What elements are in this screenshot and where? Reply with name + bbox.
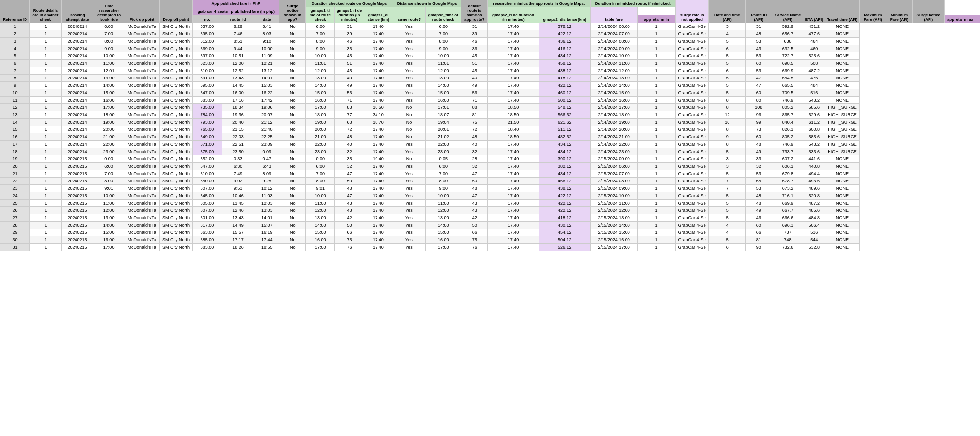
table-cell: 18.40 — [488, 126, 539, 133]
table-cell: 2/14/2024 09:00 — [590, 45, 637, 52]
table-cell: 17.40 — [364, 133, 393, 141]
table-cell: 17.40 — [488, 163, 539, 170]
table-cell: 32 — [461, 163, 488, 170]
table-cell: NONE — [825, 244, 860, 251]
table-cell: 1 — [30, 75, 62, 82]
table-cell: SM City North — [159, 170, 193, 178]
table-row: 1112024021416:00McDonald's TaSM City Nor… — [0, 97, 980, 104]
table-cell: 5 — [709, 214, 746, 222]
table-cell: McDonald's Ta — [125, 148, 159, 155]
table-cell: 12 — [0, 104, 30, 111]
table-cell: 8 — [709, 97, 746, 104]
table-cell: 18:07 — [426, 111, 461, 119]
table-cell: Yes — [393, 23, 425, 30]
table-cell: NONE — [825, 163, 860, 170]
table-cell: 17.40 — [364, 207, 393, 214]
table-cell: 10:00 — [306, 192, 335, 200]
table-cell: 17.40 — [488, 82, 539, 89]
table-cell: 12:52 — [222, 67, 254, 75]
table-cell: GrabCar 4-Se — [676, 104, 709, 111]
table-cell: No — [279, 163, 306, 170]
table-cell: NONE — [825, 214, 860, 222]
table-cell: 5 — [709, 192, 746, 200]
table-cell: 10:51 — [222, 52, 254, 60]
table-cell: 17.40 — [488, 52, 539, 60]
table-cell: 60 — [746, 60, 772, 67]
table-cell: 43 — [461, 207, 488, 214]
table-cell: 1 — [30, 170, 62, 178]
table-cell: 34.10 — [364, 111, 393, 119]
table-cell: 1 — [637, 67, 676, 75]
table-cell: No — [279, 207, 306, 214]
table-cell: 4 — [709, 229, 746, 236]
table-cell: GrabCar 4-Se — [676, 82, 709, 89]
table-cell: 40 — [335, 75, 364, 82]
table-cell: McDonald's Ta — [125, 133, 159, 141]
table-cell: GrabCar 4-Se — [676, 185, 709, 192]
table-cell: 13 — [0, 111, 30, 119]
table-cell: 10:00 — [254, 45, 279, 52]
table-cell: 8:51 — [222, 38, 254, 45]
table-cell: 5 — [709, 236, 746, 244]
table-row: 1812024021423:00McDonald's TaSM City Nor… — [0, 148, 980, 155]
table-cell: SM City North — [159, 222, 193, 229]
table-cell: 2/14/2024 21:00 — [590, 133, 637, 141]
table-cell: Yes — [393, 229, 425, 236]
table-cell: 0:05 — [426, 155, 461, 163]
col-ref-id: Reference ID — [0, 0, 30, 23]
table-cell: No — [279, 214, 306, 222]
table-cell: 21 — [0, 170, 30, 178]
table-cell: GrabCar 4-Se — [676, 126, 709, 133]
table-cell: 20240215 — [61, 236, 93, 244]
main-table-container: Reference ID Route details are in anothe… — [0, 0, 980, 251]
table-cell: 683.00 — [193, 97, 222, 104]
table-cell: 99 — [746, 119, 772, 126]
table-cell: 39 — [461, 30, 488, 38]
table-cell: 56 — [335, 89, 364, 97]
table-cell: 1 — [30, 133, 62, 141]
table-cell: SM City North — [159, 178, 193, 185]
table-row: 31202402148:00McDonald's TaSM City North… — [0, 38, 980, 45]
table-cell: 520.8 — [804, 192, 825, 200]
table-cell: NONE — [825, 229, 860, 236]
table-cell: GrabCar 4-Se — [676, 111, 709, 119]
table-cell: 8:00 — [426, 38, 461, 45]
table-cell: 23:09 — [254, 141, 279, 148]
table-cell: 2/14/2024 23:00 — [590, 148, 637, 155]
table-cell: 2/15/2024 10:00 — [590, 192, 637, 200]
table-cell: 17.40 — [364, 52, 393, 60]
table-cell: GrabCar 4-Se — [676, 148, 709, 155]
table-cell: 2/14/2024 22:00 — [590, 141, 637, 148]
table-cell: 60 — [746, 222, 772, 229]
table-cell: 15:00 — [306, 229, 335, 236]
table-cell: NONE — [825, 207, 860, 214]
table-cell: 46 — [746, 214, 772, 222]
table-cell: 2/14/2024 17:00 — [590, 104, 637, 111]
table-cell: 606.1 — [772, 163, 804, 170]
table-cell: 17.40 — [364, 126, 393, 133]
table-cell: 28 — [461, 155, 488, 163]
table-cell: 487.2 — [804, 200, 825, 207]
table-cell: 19.40 — [364, 155, 393, 163]
table-cell: 75 — [461, 236, 488, 244]
table-cell: 17.40 — [488, 155, 539, 163]
table-cell: 13:00 — [306, 75, 335, 82]
table-cell: 16:00 — [93, 236, 125, 244]
table-cell: 612.00 — [193, 38, 222, 45]
table-cell: 15:00 — [93, 89, 125, 97]
table-cell: 21:40 — [254, 126, 279, 133]
table-cell: 17.40 — [364, 89, 393, 97]
table-cell: 16:00 — [222, 89, 254, 97]
table-cell: 12:00 — [93, 207, 125, 214]
table-cell: 1 — [637, 229, 676, 236]
table-cell: 0:33 — [222, 155, 254, 163]
table-cell: GrabCar 4-Se — [676, 52, 709, 60]
table-cell: 13:43 — [222, 214, 254, 222]
table-cell: 5 — [709, 82, 746, 89]
table-cell: McDonald's Ta — [125, 163, 159, 170]
table-cell: 56 — [461, 89, 488, 97]
table-cell: 20240214 — [61, 60, 93, 67]
table-cell: 6:29 — [222, 23, 254, 30]
col-route-details: Route details are in another sheet. — [30, 0, 62, 23]
table-cell: 22:03 — [222, 133, 254, 141]
